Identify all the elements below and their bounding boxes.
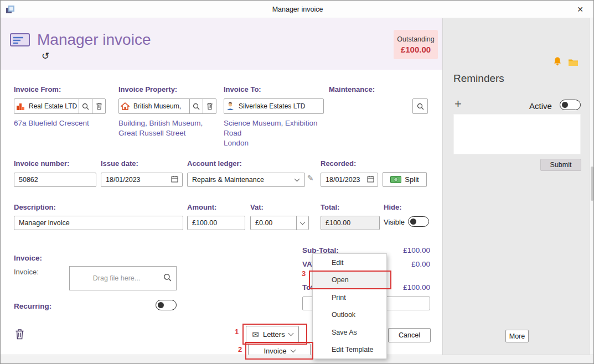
manager-invoice-window: Manager invoice ✕ Manager invoice ↺ Outs… [0, 0, 594, 364]
page-title: Manager invoice [37, 31, 151, 49]
delete-invoice-trash-icon[interactable] [15, 329, 24, 340]
invoice-button-label: Invoice [264, 347, 286, 355]
account-ledger-value: Repairs & Maintenance [188, 176, 295, 184]
amount-label: Amount: [187, 203, 216, 211]
invoice-file-label: Invoice: [14, 268, 39, 276]
description-input[interactable] [14, 216, 183, 230]
account-ledger-select[interactable]: Repairs & Maintenance [187, 173, 305, 187]
letters-button[interactable]: ✉ Letters [246, 326, 299, 343]
invoice-from-value: Real Estate LTD [27, 102, 79, 110]
invoice-number-input[interactable] [14, 173, 96, 187]
calendar-icon[interactable] [171, 175, 182, 184]
invoice-to-address-line1: Science Museum, Exhibition Road [224, 118, 332, 138]
menu-item-outlook[interactable]: Outlook [313, 306, 386, 324]
amount-input[interactable] [187, 216, 245, 230]
maintenance-label: Maintenance: [329, 85, 375, 93]
visible-state-label: Visible [384, 218, 405, 226]
invoice-to-label: Invoice To: [224, 85, 261, 93]
invoice-property-combo[interactable]: British Museum, [118, 98, 216, 114]
status-badge-label: Outstanding [397, 35, 434, 43]
reminders-title: Reminders [453, 72, 504, 85]
vat-label: Vat: [250, 203, 264, 211]
account-ledger-label: Account ledger: [187, 159, 242, 168]
invoice-from-search-button[interactable] [79, 99, 92, 113]
recorded-input[interactable]: 18/01/2023 [321, 173, 378, 187]
grand-total-value: £100.00 [383, 283, 430, 292]
status-badge-amount: £100.00 [401, 45, 431, 54]
issue-date-label: Issue date: [101, 159, 138, 168]
total-label: Total: [321, 203, 339, 211]
menu-item-edit-template[interactable]: Edit Template [313, 341, 386, 359]
invoice-property-search-button[interactable] [189, 99, 203, 113]
scrollbar-thumb[interactable] [591, 167, 593, 201]
file-search-button[interactable] [163, 273, 176, 284]
envelope-icon: ✉ [252, 330, 259, 340]
close-icon[interactable]: ✕ [571, 3, 589, 16]
search-icon [163, 273, 172, 282]
vat-dropdown-button[interactable] [296, 216, 308, 230]
annotation-number-1: 1 [235, 327, 239, 336]
sub-total-value: £100.00 [383, 246, 430, 254]
invoice-property-label: Invoice Property: [118, 85, 177, 93]
split-button-label: Split [405, 175, 419, 184]
annotation-number-3: 3 [302, 269, 306, 278]
issue-date-input[interactable]: 18/01/2023 [101, 173, 183, 187]
vat-value: £0.00 [251, 219, 296, 227]
invoice-property-delete-button[interactable] [203, 99, 216, 113]
menu-item-print[interactable]: Print [313, 289, 386, 306]
folder-icon[interactable] [568, 58, 578, 66]
reminders-sidebar [442, 18, 590, 355]
invoice-file-dropzone[interactable]: Drag file here... [69, 266, 177, 290]
submit-button[interactable]: Submit [540, 159, 581, 171]
trash-icon [96, 102, 102, 110]
issue-date-value: 18/01/2023 [101, 176, 171, 184]
search-icon [417, 103, 424, 110]
invoice-to-address-line2: London [224, 138, 332, 148]
dropzone-placeholder: Drag file here... [70, 274, 163, 282]
reminder-input[interactable] [453, 114, 581, 154]
person-icon [224, 102, 236, 111]
recurring-label: Recurring: [14, 302, 51, 310]
more-button[interactable]: More [505, 330, 529, 342]
history-icon[interactable]: ↺ [42, 50, 49, 62]
menu-item-open[interactable]: Open [313, 272, 386, 289]
menu-item-edit[interactable]: Edit [313, 254, 386, 272]
recurring-toggle[interactable] [156, 300, 177, 310]
chevron-down-icon [300, 219, 306, 225]
recurring-toggle-knob [158, 302, 164, 308]
total-input [321, 216, 380, 230]
menu-item-save-as[interactable]: Save As [313, 324, 386, 341]
maintenance-search-button[interactable] [412, 98, 428, 114]
window-title: Manager invoice [1, 6, 594, 13]
search-icon [82, 103, 89, 110]
chevron-down-icon [290, 347, 296, 352]
annotation-number-2: 2 [238, 345, 242, 353]
active-toggle-knob [562, 102, 568, 108]
invoice-property-address: Building, British Museum, Great Russell … [118, 118, 219, 138]
calendar-icon[interactable] [367, 175, 378, 184]
invoice-from-combo[interactable]: Real Estate LTD [14, 98, 106, 114]
hide-toggle[interactable] [408, 216, 429, 227]
split-button[interactable]: Split [383, 172, 427, 187]
building-icon [14, 102, 27, 110]
money-icon [390, 176, 401, 183]
cancel-button[interactable]: Cancel [388, 328, 431, 342]
chevron-down-icon [295, 176, 300, 181]
vat-input[interactable]: £0.00 [250, 216, 309, 230]
invoice-from-label: Invoice From: [14, 85, 61, 93]
add-reminder-icon[interactable]: + [454, 97, 462, 111]
chevron-down-icon [288, 331, 293, 336]
search-icon [193, 103, 200, 110]
description-label: Description: [14, 203, 56, 211]
hide-toggle-knob [410, 219, 416, 225]
titlebar: Manager invoice ✕ [1, 1, 594, 18]
status-badge: Outstanding £100.00 [394, 30, 438, 59]
invoice-to-combo[interactable]: Silverlake Estates LTD [224, 98, 324, 114]
house-icon [119, 102, 131, 110]
invoice-context-menu: Edit Open Print Outlook Save As Edit Tem… [312, 253, 387, 359]
edit-ledger-pencil-icon[interactable]: ✎ [307, 174, 314, 183]
invoice-number-label: Invoice number: [14, 159, 69, 168]
bell-icon[interactable] [553, 56, 562, 66]
active-toggle[interactable] [560, 100, 581, 110]
invoice-from-delete-button[interactable] [92, 99, 105, 113]
